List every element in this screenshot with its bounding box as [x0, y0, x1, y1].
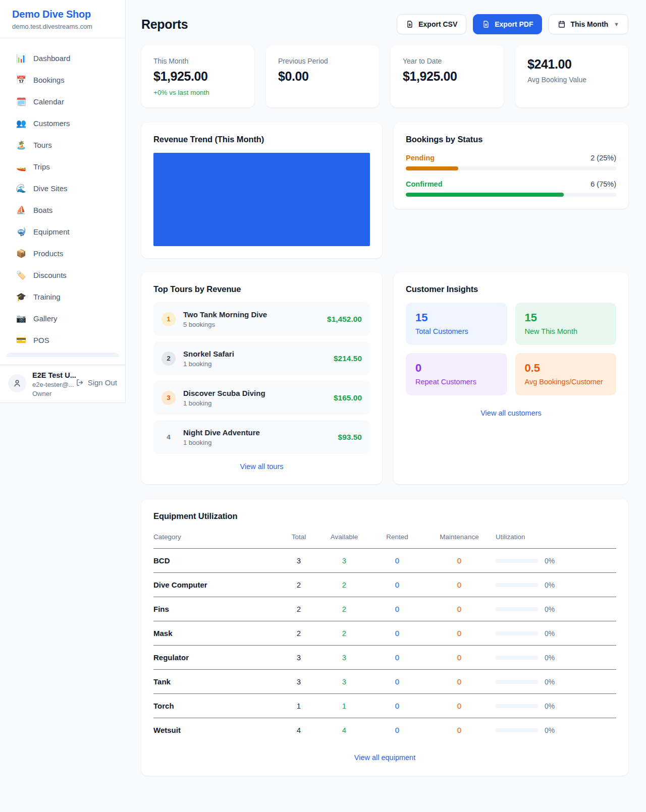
equipment-rented: 0 — [371, 573, 423, 597]
period-dropdown[interactable]: This Month ▼ — [549, 14, 628, 34]
sidebar-item-dashboard[interactable]: 📊 Dashboard — [6, 47, 119, 69]
stat-label: Avg Booking Value — [527, 76, 616, 84]
equipment-category: Fins — [153, 597, 281, 621]
top-tours-title: Top Tours by Revenue — [153, 284, 370, 294]
tile-value: 0.5 — [525, 362, 607, 375]
revenue-trend-panel: Revenue Trend (This Month) — [141, 123, 382, 258]
tour-amount: $214.50 — [334, 354, 362, 363]
sidebar-item-discounts[interactable]: 🏷️ Discounts — [6, 264, 119, 286]
utilization-bar — [496, 583, 538, 587]
sidebar-item-tours[interactable]: 🏝️ Tours — [6, 134, 119, 156]
sidebar-user-footer: E2E Test U... e2e-tester@... Owner Sign … — [0, 365, 125, 402]
equipment-available: 3 — [317, 670, 371, 694]
sidebar-item-equipment[interactable]: 🤿 Equipment — [6, 221, 119, 243]
view-all-tours-link[interactable]: View all tours — [153, 462, 370, 471]
customer-insights-title: Customer Insights — [406, 284, 616, 294]
tour-name: Discover Scuba Diving — [183, 389, 326, 397]
tour-name: Snorkel Safari — [183, 350, 326, 358]
equipment-available: 2 — [317, 573, 371, 597]
equipment-rented: 0 — [371, 694, 423, 718]
sidebar-nav: 📊 Dashboard 📅 Bookings 🗓️ Calendar 👥 Cus… — [0, 38, 125, 365]
tour-row: 1 Two Tank Morning Dive 5 bookings $1,45… — [153, 302, 370, 336]
equipment-total: 1 — [281, 694, 317, 718]
sidebar-item-customers[interactable]: 👥 Customers — [6, 112, 119, 134]
diving-mask-icon: 🤿 — [16, 226, 26, 238]
table-row: Torch 1 1 0 0 0% — [153, 694, 616, 718]
stat-card-avg-booking-value: $241.00 Avg Booking Value — [515, 45, 628, 107]
equipment-category: Tank — [153, 670, 281, 694]
stat-card-previous-period: Previous Period $0.00 — [266, 45, 379, 107]
tile-value: 15 — [525, 311, 607, 324]
bookings-by-status-title: Bookings by Status — [406, 135, 616, 144]
sidebar-item-bookings[interactable]: 📅 Bookings — [6, 69, 119, 91]
utilization-percent: 0% — [545, 678, 555, 686]
tile-value: 0 — [415, 362, 498, 375]
utilization-bar — [496, 656, 538, 660]
revenue-trend-chart — [153, 153, 370, 246]
export-pdf-label: Export PDF — [495, 20, 533, 28]
sidebar-item-boats[interactable]: ⛵ Boats — [6, 199, 119, 221]
period-label: This Month — [570, 20, 608, 28]
equipment-available: 2 — [317, 621, 371, 646]
status-row-pending: Pending 2 (25%) — [406, 154, 616, 170]
stat-value: $1,925.00 — [153, 69, 242, 84]
export-pdf-button[interactable]: Export PDF — [473, 14, 542, 34]
tour-row: 2 Snorkel Safari 1 booking $214.50 — [153, 341, 370, 375]
equipment-total: 3 — [281, 549, 317, 573]
equipment-available: 1 — [317, 694, 371, 718]
tour-amount: $93.50 — [338, 433, 362, 442]
chevron-down-icon: ▼ — [614, 21, 619, 27]
equipment-available: 3 — [317, 549, 371, 573]
graduation-cap-icon: 🎓 — [16, 291, 26, 303]
equipment-rented: 0 — [371, 670, 423, 694]
equipment-table-header: Category Total Available Rented Maintena… — [153, 527, 616, 549]
tour-amount: $165.00 — [334, 393, 362, 402]
equipment-available: 2 — [317, 597, 371, 621]
utilization-percent: 0% — [545, 557, 555, 565]
sidebar-item-training[interactable]: 🎓 Training — [6, 286, 119, 308]
utilization-percent: 0% — [545, 654, 555, 662]
bookings-calendar-icon: 📅 — [16, 74, 26, 86]
export-csv-button[interactable]: Export CSV — [397, 14, 466, 34]
stat-delta: +0% vs last month — [153, 89, 242, 96]
utilization-percent: 0% — [545, 726, 555, 734]
equipment-available: 4 — [317, 718, 371, 742]
sidebar: Demo Dive Shop demo.test.divestreams.com… — [0, 0, 126, 403]
sidebar-item-calendar[interactable]: 🗓️ Calendar — [6, 91, 119, 112]
speedboat-icon: 🚤 — [16, 161, 26, 172]
utilization-percent: 0% — [545, 629, 555, 637]
sidebar-item-label: Products — [33, 248, 63, 259]
tile-new-this-month: 15 New This Month — [515, 303, 617, 345]
customer-insights-panel: Customer Insights 15 Total Customers 15 … — [394, 272, 628, 484]
stat-card-year-to-date: Year to Date $1,925.00 — [391, 45, 504, 107]
sidebar-item-label: Dive Sites — [33, 183, 68, 194]
sidebar-item-products[interactable]: 📦 Products — [6, 243, 119, 264]
equipment-maintenance: 0 — [423, 549, 496, 573]
equipment-maintenance: 0 — [423, 670, 496, 694]
utilization-bar — [496, 680, 538, 684]
sidebar-item-trips[interactable]: 🚤 Trips — [6, 156, 119, 178]
sidebar-item-gallery[interactable]: 📷 Gallery — [6, 308, 119, 329]
equipment-category: Torch — [153, 694, 281, 718]
equipment-maintenance: 0 — [423, 694, 496, 718]
equipment-total: 2 — [281, 573, 317, 597]
view-all-customers-link[interactable]: View all customers — [406, 409, 616, 417]
insights-grid: 15 Total Customers 15 New This Month 0 R… — [406, 303, 616, 395]
shop-title: Demo Dive Shop — [12, 9, 113, 20]
status-row-confirmed: Confirmed 6 (75%) — [406, 180, 616, 197]
sidebar-item-label: POS — [33, 334, 49, 346]
stat-value: $241.00 — [527, 57, 616, 72]
view-all-equipment-link[interactable]: View all equipment — [153, 753, 616, 762]
table-row: Mask 2 2 0 0 0% — [153, 621, 616, 646]
table-row: BCD 3 3 0 0 0% — [153, 549, 616, 573]
tour-name: Two Tank Morning Dive — [183, 310, 319, 319]
sidebar-item-pos[interactable]: 💳 POS — [6, 329, 119, 351]
sign-out-button[interactable]: Sign Out — [76, 378, 117, 387]
sidebar-item-label: Dashboard — [33, 52, 70, 64]
sidebar-item-dive-sites[interactable]: 🌊 Dive Sites — [6, 178, 119, 199]
tag-icon: 🏷️ — [16, 269, 26, 281]
sidebar-item-reports-partial[interactable] — [6, 353, 119, 357]
rank-badge: 3 — [162, 391, 176, 405]
equipment-table: Category Total Available Rented Maintena… — [153, 527, 616, 742]
table-row: Regulator 3 3 0 0 0% — [153, 646, 616, 670]
